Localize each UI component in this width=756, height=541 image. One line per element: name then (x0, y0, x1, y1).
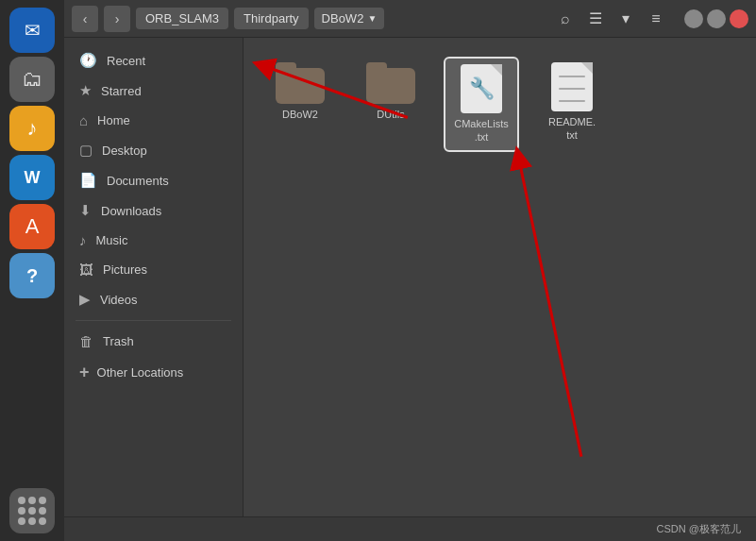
sidebar-label-recent: Recent (107, 54, 145, 68)
sidebar-item-pictures[interactable]: 🖼 Pictures (64, 255, 243, 284)
view-list-button[interactable]: ☰ (582, 6, 609, 32)
svg-line-3 (518, 158, 580, 457)
back-button[interactable]: ‹ (72, 6, 98, 32)
music-icon: ♪ (79, 232, 87, 248)
file-item-dbow2[interactable]: DBoW2 (262, 57, 338, 127)
close-button[interactable]: ✕ (730, 9, 748, 28)
videos-icon: ▶ (79, 291, 91, 308)
sidebar-item-documents[interactable]: 📄 Documents (64, 165, 243, 195)
sidebar-divider (76, 320, 231, 321)
sidebar-label-starred: Starred (101, 84, 142, 98)
dock: ✉ 🗂 ♪ W A ? (0, 0, 64, 541)
sidebar-item-starred[interactable]: ★ Starred (64, 76, 243, 106)
watermark-text: CSDN @极客范儿 (657, 522, 741, 536)
dock-icon-appstore[interactable]: A (9, 204, 55, 249)
help-icon: ? (26, 265, 38, 287)
hamburger-icon: ≡ (651, 10, 660, 27)
file-label-dutils: DUtils (377, 108, 404, 121)
sidebar-item-music[interactable]: ♪ Music (64, 226, 243, 255)
dock-icon-writer[interactable]: W (9, 155, 55, 200)
sidebar-item-downloads[interactable]: ⬇ Downloads (64, 195, 243, 226)
file-label-cmakelists: CMakeLists.txt (454, 117, 508, 144)
starred-icon: ★ (79, 82, 92, 99)
maximize-button[interactable]: □ (707, 9, 726, 28)
breadcrumb-dbow2-label: DBoW2 (322, 11, 364, 25)
other-locations-icon: + (79, 363, 90, 382)
folder-icon-dutils (366, 62, 415, 104)
sidebar-label-documents: Documents (107, 174, 169, 188)
thunderbird-icon: ✉ (25, 19, 41, 42)
dock-icon-rhythmbox[interactable]: ♪ (9, 106, 55, 151)
menu-button[interactable]: ≡ (643, 6, 669, 32)
pictures-icon: 🖼 (79, 262, 93, 278)
sidebar-label-music: Music (96, 233, 128, 247)
documents-icon: 📄 (79, 172, 97, 189)
view-options-button[interactable]: ▾ (613, 6, 639, 32)
titlebar: ‹ › ORB_SLAM3 Thirdparty DBoW2 ▼ ⌕ ☰ ▾ ≡… (64, 0, 756, 38)
appstore-icon: A (25, 214, 40, 239)
body: 🕐 Recent ★ Starred ⌂ Home ▢ Desktop 📄 Do… (64, 38, 756, 516)
breadcrumb-thirdparty[interactable]: Thirdparty (234, 8, 309, 29)
dropdown-arrow-icon: ▼ (367, 13, 377, 24)
sidebar-item-videos[interactable]: ▶ Videos (64, 284, 243, 314)
sidebar-label-pictures: Pictures (103, 262, 147, 277)
sidebar-item-home[interactable]: ⌂ Home (64, 106, 243, 135)
recent-icon: 🕐 (79, 52, 97, 69)
home-icon: ⌂ (79, 112, 88, 128)
dock-show-apps-button[interactable] (9, 488, 55, 533)
sidebar-label-home: Home (97, 113, 130, 127)
sidebar-label-other-locations: Other Locations (97, 365, 184, 380)
sidebar-item-other-locations[interactable]: + Other Locations (64, 356, 243, 389)
writer-icon: W (25, 168, 41, 188)
breadcrumb-dbow2-dropdown[interactable]: DBoW2 ▼ (314, 8, 385, 29)
apps-grid-icon (18, 497, 46, 525)
file-area: DBoW2 DUtils 🔧 CMakeLists.tx (244, 38, 756, 516)
trash-icon: 🗑 (79, 333, 93, 349)
chevron-down-icon: ▾ (622, 9, 630, 27)
downloads-icon: ⬇ (79, 202, 92, 219)
file-manager: ‹ › ORB_SLAM3 Thirdparty DBoW2 ▼ ⌕ ☰ ▾ ≡… (64, 0, 756, 541)
breadcrumb-orb-slam3[interactable]: ORB_SLAM3 (136, 8, 228, 29)
txt-file-icon-readme (551, 62, 593, 111)
file-item-cmakelists[interactable]: 🔧 CMakeLists.txt (444, 57, 519, 152)
dock-icon-help[interactable]: ? (9, 253, 55, 298)
titlebar-actions: ⌕ ☰ ▾ ≡ – □ ✕ (552, 6, 748, 32)
cmake-file-icon: 🔧 (461, 64, 502, 113)
file-grid: DBoW2 DUtils 🔧 CMakeLists.tx (262, 57, 737, 152)
sidebar-label-desktop: Desktop (102, 144, 147, 158)
sidebar-label-downloads: Downloads (101, 204, 161, 218)
sidebar-item-recent[interactable]: 🕐 Recent (64, 45, 243, 76)
search-button[interactable]: ⌕ (552, 6, 579, 32)
sidebar-item-desktop[interactable]: ▢ Desktop (64, 135, 243, 165)
search-icon: ⌕ (561, 10, 570, 27)
files-icon: 🗂 (22, 67, 42, 92)
list-view-icon: ☰ (589, 9, 602, 27)
desktop-icon: ▢ (79, 142, 92, 159)
file-item-dutils[interactable]: DUtils (353, 57, 428, 127)
sidebar: 🕐 Recent ★ Starred ⌂ Home ▢ Desktop 📄 Do… (64, 38, 244, 516)
sidebar-item-trash[interactable]: 🗑 Trash (64, 327, 243, 356)
file-label-readme: README.txt (548, 115, 596, 143)
sidebar-label-videos: Videos (100, 293, 138, 307)
dock-icon-thunderbird[interactable]: ✉ (9, 8, 55, 53)
dock-icon-files[interactable]: 🗂 (9, 57, 55, 102)
statusbar: CSDN @极客范儿 (64, 516, 756, 541)
rhythmbox-icon: ♪ (27, 116, 38, 141)
file-label-dbow2: DBoW2 (282, 108, 318, 121)
minimize-button[interactable]: – (684, 9, 703, 28)
folder-icon-dbow2 (276, 62, 325, 104)
forward-button[interactable]: › (104, 6, 130, 32)
wrench-icon: 🔧 (469, 76, 495, 101)
sidebar-label-trash: Trash (103, 334, 134, 348)
file-item-readme[interactable]: README.txt (534, 57, 610, 148)
